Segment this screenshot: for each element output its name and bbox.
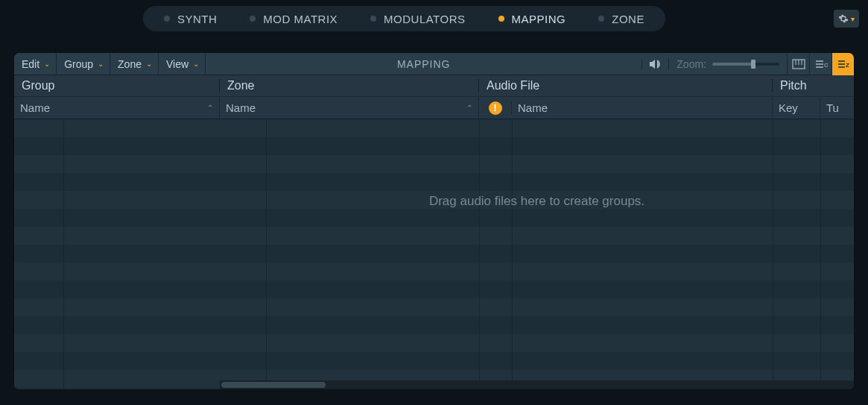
tab-modulators-label: MODULATORS bbox=[384, 13, 465, 25]
menu-edit[interactable]: Edit ⌄ bbox=[14, 53, 57, 75]
tab-dot-icon bbox=[164, 16, 170, 22]
menu-view-label: View bbox=[166, 58, 189, 70]
panel-toolbar: Edit ⌄ Group ⌄ Zone ⌄ View ⌄ MAPPING Zoo… bbox=[14, 53, 854, 75]
view-keymap-button[interactable] bbox=[787, 53, 809, 75]
top-tab-bar: SYNTH MOD MATRIX MODULATORS MAPPING ZONE… bbox=[0, 0, 868, 37]
zone-pane[interactable]: Drag audio files here to create groups. bbox=[220, 119, 854, 389]
svg-text:Z: Z bbox=[846, 62, 849, 69]
table-body: Drag audio files here to create groups. bbox=[14, 119, 854, 389]
keymap-icon bbox=[792, 59, 805, 69]
menu-group-label: Group bbox=[64, 58, 93, 70]
column-section-zone: Zone bbox=[220, 79, 479, 92]
tab-zone-label: ZONE bbox=[612, 13, 644, 25]
column-pitch-tune-label: Tu bbox=[826, 101, 839, 114]
tab-dot-icon bbox=[598, 16, 604, 22]
mapping-panel: Edit ⌄ Group ⌄ Zone ⌄ View ⌄ MAPPING Zoo… bbox=[13, 52, 855, 390]
tab-mapping-label: MAPPING bbox=[512, 13, 566, 25]
column-section-audio: Audio File bbox=[479, 79, 773, 92]
menu-zone[interactable]: Zone ⌄ bbox=[110, 53, 159, 75]
speaker-icon bbox=[649, 59, 662, 69]
chevron-down-icon: ⌄ bbox=[44, 60, 50, 68]
tab-mod-matrix[interactable]: MOD MATRIX bbox=[233, 6, 354, 31]
zoom-label: Zoom: bbox=[677, 58, 706, 70]
chevron-down-icon: ⌄ bbox=[98, 60, 104, 68]
column-warning[interactable]: ! bbox=[479, 101, 512, 115]
chevron-down-icon: ⌄ bbox=[193, 60, 199, 68]
grouplist-icon: G bbox=[814, 59, 828, 69]
menu-group[interactable]: Group ⌄ bbox=[57, 53, 110, 75]
menu-zone-label: Zone bbox=[118, 58, 142, 70]
tab-mapping[interactable]: MAPPING bbox=[482, 6, 583, 31]
view-grouplist-button[interactable]: G bbox=[809, 53, 831, 75]
table-header: Group Zone Audio File Pitch Name ⌃ Name … bbox=[14, 75, 854, 119]
warning-icon: ! bbox=[489, 101, 502, 115]
tab-zone[interactable]: ZONE bbox=[582, 6, 661, 31]
zoom-slider-handle[interactable] bbox=[751, 60, 755, 69]
svg-text:G: G bbox=[824, 62, 828, 69]
zoom-control: Zoom: bbox=[668, 58, 787, 70]
tab-dot-icon bbox=[250, 16, 256, 22]
column-audio-name-label: Name bbox=[518, 101, 548, 114]
sort-caret-icon: ⌃ bbox=[466, 104, 472, 112]
tab-group: SYNTH MOD MATRIX MODULATORS MAPPING ZONE bbox=[143, 6, 665, 31]
tab-dot-icon bbox=[370, 16, 376, 22]
column-zone-name[interactable]: Name ⌃ bbox=[220, 97, 479, 119]
drop-hint: Drag audio files here to create groups. bbox=[220, 194, 854, 209]
horizontal-scrollbar[interactable] bbox=[220, 380, 854, 389]
view-zonelist-button[interactable]: Z bbox=[831, 53, 854, 75]
sort-caret-icon: ⌃ bbox=[207, 104, 213, 112]
tab-modulators[interactable]: MODULATORS bbox=[354, 6, 481, 31]
warning-glyph: ! bbox=[493, 102, 496, 113]
scrollbar-thumb[interactable] bbox=[221, 382, 326, 388]
chevron-down-icon: ⌄ bbox=[146, 60, 152, 68]
column-group-name[interactable]: Name ⌃ bbox=[14, 97, 220, 119]
tab-dot-icon bbox=[498, 16, 504, 22]
group-pane[interactable] bbox=[14, 119, 220, 389]
tab-mod-matrix-label: MOD MATRIX bbox=[263, 13, 338, 25]
zoom-slider[interactable] bbox=[712, 63, 779, 66]
audition-button[interactable] bbox=[642, 59, 668, 69]
column-section-group: Group bbox=[14, 79, 220, 92]
tab-synth-label: SYNTH bbox=[177, 13, 217, 25]
column-section-pitch: Pitch bbox=[773, 79, 854, 92]
gear-icon bbox=[838, 13, 849, 24]
tab-synth[interactable]: SYNTH bbox=[148, 6, 233, 31]
panel-title: MAPPING bbox=[206, 53, 642, 75]
menu-view[interactable]: View ⌄ bbox=[159, 53, 206, 75]
column-pitch-key-label: Key bbox=[779, 101, 798, 114]
chevron-down-icon: ▾ bbox=[851, 15, 855, 23]
column-audio-name[interactable]: Name bbox=[512, 97, 773, 119]
menu-edit-label: Edit bbox=[22, 58, 39, 70]
settings-menu-button[interactable]: ▾ bbox=[834, 10, 859, 28]
column-pitch-key[interactable]: Key bbox=[773, 97, 820, 119]
column-pitch-tune[interactable]: Tu bbox=[820, 97, 854, 119]
column-zone-name-label: Name bbox=[226, 101, 256, 114]
zonelist-icon: Z bbox=[837, 59, 850, 69]
column-group-name-label: Name bbox=[20, 101, 50, 114]
